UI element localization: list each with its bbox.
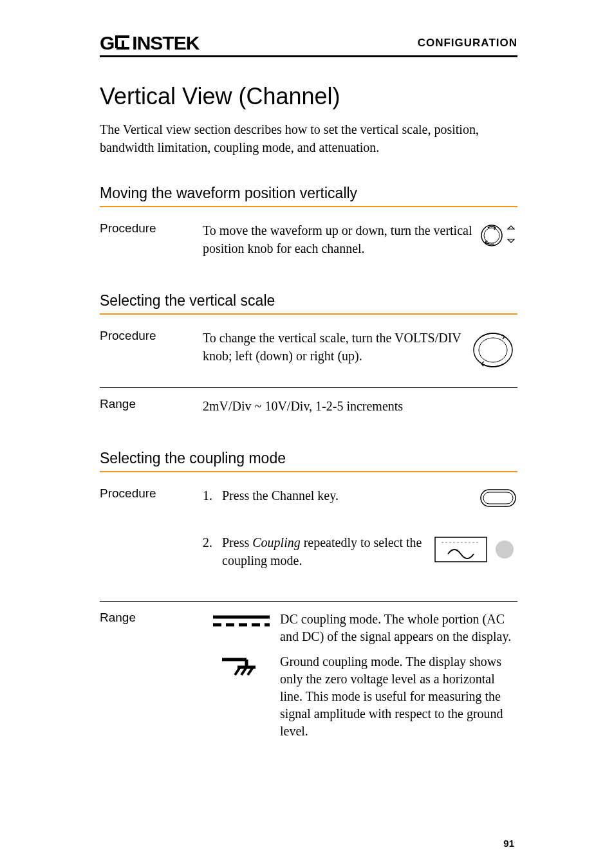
intro-paragraph: The Vertical view section describes how …: [100, 120, 517, 156]
scale-range-text: 2mV/Div ~ 10V/Div, 1-2-5 increments: [203, 397, 517, 415]
knob-vertical-icon: [479, 221, 517, 254]
subsection-coupling-title: Selecting the coupling mode: [100, 450, 517, 472]
scale-procedure-text: To change the vertical scale, turn the V…: [203, 329, 463, 365]
svg-rect-6: [435, 537, 487, 562]
moving-procedure-text: To move the waveform up or down, turn th…: [203, 221, 474, 257]
coupling-step-2: Press Coupling repeatedly to select the …: [203, 533, 517, 570]
brand-text-2: INSTEK: [132, 32, 199, 54]
step2-text: Press Coupling repeatedly to select the …: [222, 533, 427, 569]
gnd-coupling-row: Ground coupling mode. The display shows …: [203, 653, 517, 740]
coupling-procedure-row: Procedure Press the Channel key. Press C…: [100, 486, 517, 589]
brand-text-1: G: [100, 32, 114, 54]
svg-rect-5: [483, 492, 513, 504]
procedure-label: Procedure: [100, 329, 203, 376]
scale-range-row: Range 2mV/Div ~ 10V/Div, 1-2-5 increment…: [100, 397, 517, 415]
svg-point-3: [479, 338, 507, 362]
knob-large-icon: [469, 329, 517, 376]
divider: [100, 387, 517, 388]
subsection-moving-title: Moving the waveform position vertically: [100, 185, 517, 207]
brand-glyph: [115, 32, 131, 54]
range-label: Range: [100, 397, 203, 415]
page-header: GINSTEK CONFIGURATION: [100, 32, 517, 57]
dc-coupling-icon: [203, 611, 280, 645]
range-label: Range: [100, 611, 203, 748]
channel-key-icon: [479, 486, 517, 514]
brand-logo: GINSTEK: [100, 32, 199, 54]
section-label: CONFIGURATION: [418, 37, 517, 50]
subsection-scale-title: Selecting the vertical scale: [100, 292, 517, 315]
softkey-coupling-icon: [434, 533, 517, 570]
scale-procedure-row: Procedure To change the vertical scale, …: [100, 329, 517, 376]
svg-point-2: [474, 333, 512, 367]
step1-text: Press the Channel key.: [222, 486, 472, 504]
moving-procedure-row: Procedure To move the waveform up or dow…: [100, 221, 517, 257]
procedure-label: Procedure: [100, 221, 203, 257]
page-title: Vertical View (Channel): [100, 83, 517, 110]
dc-coupling-row: DC coupling mode. The whole portion (AC …: [203, 611, 517, 645]
svg-point-0: [481, 225, 502, 246]
divider: [100, 601, 517, 602]
page-number: 91: [503, 838, 514, 849]
gnd-coupling-desc: Ground coupling mode. The display shows …: [280, 653, 517, 740]
coupling-range-row: Range DC coupling mode. The whole portio…: [100, 611, 517, 748]
ground-icon: [203, 653, 280, 740]
dc-coupling-desc: DC coupling mode. The whole portion (AC …: [280, 611, 517, 645]
coupling-step-1: Press the Channel key.: [203, 486, 517, 514]
procedure-label: Procedure: [100, 486, 203, 589]
svg-point-8: [496, 540, 514, 559]
